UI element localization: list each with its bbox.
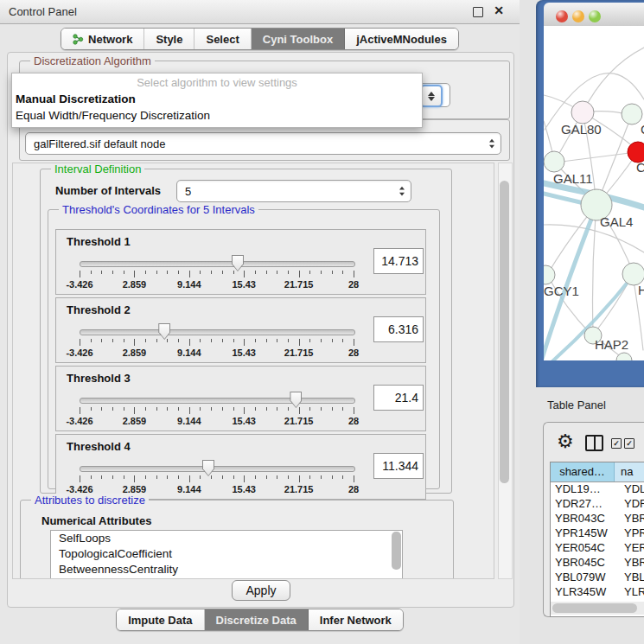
numerical-attributes-list[interactable]: SelfLoopsTopologicalCoefficientBetweenne…	[50, 530, 403, 579]
node-label-GAL4: GAL4	[600, 214, 633, 229]
top-tabstrip: NetworkStyleSelectCyni ToolboxjActiveMNo…	[61, 28, 459, 50]
table-row[interactable]: YER054CYER0	[551, 541, 644, 556]
cell-shared-name[interactable]: YBL079W	[551, 571, 619, 585]
network-edge-gray[interactable]	[593, 205, 597, 333]
cell-name[interactable]: YBR0	[619, 556, 644, 571]
network-node-node-bottom-partial[interactable]	[616, 353, 632, 360]
cell-name[interactable]: YER0	[619, 541, 644, 556]
table-horizontal-scrollbar-thumb[interactable]	[552, 603, 637, 613]
checkbox-icon[interactable]: ✓	[624, 438, 634, 449]
tab-select[interactable]: Select	[194, 29, 251, 49]
threshold-value-field[interactable]: 21.4	[373, 385, 424, 411]
apply-button[interactable]: Apply	[232, 580, 290, 601]
interval-definition-group: Interval Definition Number of Intervals …	[40, 169, 452, 494]
table-row[interactable]: YPR145WYPR1	[551, 526, 644, 541]
network-node-GCY1[interactable]	[544, 265, 555, 284]
dropdown-option-equal-width[interactable]: Equal Width/Frequency Discretization	[12, 107, 422, 124]
node-attribute-table: shared… na YDL19…YDL1YDR27…YDR2YBR043CYB…	[550, 462, 644, 617]
cell-shared-name[interactable]: YER054C	[551, 541, 619, 556]
table-row[interactable]: YBR045CYBR0	[551, 556, 644, 571]
tab-jactivemnodules[interactable]: jActiveMNodules	[345, 29, 458, 49]
column-header-shared-name[interactable]: shared…	[551, 462, 615, 481]
cell-name[interactable]: YLR3	[619, 585, 644, 600]
tick-label: 21.715	[284, 484, 314, 494]
table-row[interactable]: YBL079WYBL0	[551, 571, 644, 585]
cell-name[interactable]: YDL1	[619, 482, 644, 497]
tick-label: 9.144	[177, 279, 201, 290]
column-header-name[interactable]: na	[615, 462, 644, 481]
minimize-traffic-light-icon[interactable]	[572, 10, 584, 22]
cell-shared-name[interactable]: YDL19…	[551, 482, 619, 497]
cell-name[interactable]: YPR1	[619, 526, 644, 541]
algorithm-combobox-stepper[interactable]	[420, 85, 443, 107]
threshold-panel-1: Threshold 1-3.4262.8599.14415.4321.71528…	[55, 229, 426, 295]
tick-label: 9.144	[177, 416, 201, 426]
gear-icon[interactable]: ⚙	[557, 430, 574, 453]
tick-label: 15.43	[232, 348, 256, 358]
slider-thumb[interactable]	[202, 460, 214, 476]
threshold-value-field[interactable]: 11.344	[373, 453, 424, 479]
network-edge-gray[interactable]	[555, 152, 636, 163]
attribute-list-item[interactable]: TopologicalCoefficient	[51, 546, 402, 562]
checkbox-icon[interactable]: ✓	[611, 438, 622, 449]
network-edge-gray[interactable]	[583, 48, 644, 112]
cell-name[interactable]: YBL0	[619, 571, 644, 585]
column-layout-icon[interactable]	[585, 435, 603, 451]
network-node-GAL80[interactable]	[571, 101, 594, 124]
stepper-up-icon	[428, 92, 435, 96]
tab-infer-network[interactable]: Infer Network	[309, 609, 403, 630]
tick-label: 28	[348, 279, 359, 290]
combobox-stepper-icon	[486, 137, 498, 150]
settings-scroll-viewport: Interval Definition Number of Intervals …	[12, 163, 494, 579]
slider-ticks	[80, 407, 354, 415]
zoom-traffic-light-icon[interactable]	[589, 10, 601, 22]
panel-scrollbar-thumb[interactable]	[500, 181, 509, 483]
table-data-combobox[interactable]: galFiltered.sif default node	[25, 132, 501, 155]
dropdown-option-manual[interactable]: Manual Discretization	[12, 91, 422, 107]
cell-shared-name[interactable]: YLR345W	[551, 585, 619, 600]
table-row[interactable]: YDR27…YDR2	[551, 497, 644, 512]
tab-cyni-toolbox[interactable]: Cyni Toolbox	[252, 29, 345, 49]
table-header-row: shared… na	[551, 462, 644, 482]
number-of-intervals-combobox[interactable]: 5	[176, 180, 411, 202]
table-row[interactable]: YDL19…YDL1	[551, 482, 644, 497]
screenshot-root: Control Panel ✕ NetworkStyleSelectCyni T…	[0, 0, 644, 644]
close-traffic-light-icon[interactable]	[556, 10, 568, 22]
list-scrollbar-thumb[interactable]	[392, 532, 401, 570]
slider-track[interactable]	[80, 466, 355, 472]
attribute-list-item[interactable]: BetweennessCentrality	[51, 562, 402, 577]
attribute-list-item[interactable]: SelfLoops	[51, 531, 402, 546]
close-icon[interactable]: ✕	[494, 3, 504, 17]
table-row[interactable]: YLR345WYLR3	[551, 585, 644, 600]
slider-thumb[interactable]	[158, 323, 170, 340]
slider-track[interactable]	[80, 329, 355, 335]
tab-discretize-data[interactable]: Discretize Data	[205, 609, 309, 630]
cell-shared-name[interactable]: YBR045C	[551, 556, 619, 571]
panel-scrollbar[interactable]	[498, 163, 513, 579]
tick-label: 21.715	[284, 279, 314, 290]
cell-name[interactable]: YBR0	[619, 512, 644, 526]
network-node-node-topright[interactable]	[622, 104, 642, 124]
cell-name[interactable]: YDR2	[619, 497, 644, 512]
slider-thumb[interactable]	[290, 392, 302, 408]
tab-impute-data[interactable]: Impute Data	[117, 609, 204, 630]
tab-network[interactable]: Network	[61, 29, 144, 49]
cell-shared-name[interactable]: YDR27…	[551, 497, 619, 512]
float-window-icon[interactable]	[473, 7, 483, 17]
cell-shared-name[interactable]: YPR145W	[551, 526, 619, 541]
network-icon	[73, 34, 84, 45]
slider-thumb[interactable]	[232, 255, 244, 271]
slider-track[interactable]	[80, 398, 355, 404]
table-row[interactable]: YBR043CYBR0	[551, 512, 644, 526]
network-node-GAL11[interactable]	[544, 151, 564, 172]
network-canvas[interactable]: GAL80GACGAL11GAL4GCY1HHAP2	[544, 26, 644, 360]
threshold-value-field[interactable]: 6.316	[373, 316, 424, 342]
node-label-GAL80: GAL80	[561, 122, 602, 137]
bottom-tab-row: Impute DataDiscretize DataInfer Network	[0, 609, 520, 631]
table-horizontal-scrollbar[interactable]	[551, 602, 644, 615]
slider-track[interactable]	[80, 261, 355, 267]
threshold-value-field[interactable]: 14.713	[373, 248, 424, 274]
cell-shared-name[interactable]: YBR043C	[551, 512, 619, 526]
threshold-panel-2: Threshold 2-3.4262.8599.14415.4321.71528…	[55, 297, 426, 363]
tab-style[interactable]: Style	[144, 29, 194, 49]
